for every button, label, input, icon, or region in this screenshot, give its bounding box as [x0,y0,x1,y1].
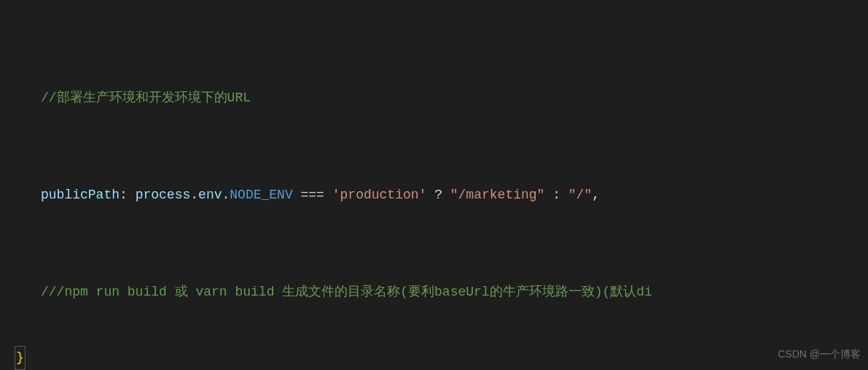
string-literal: "/" [568,188,592,202]
constant: NODE_ENV [230,188,292,202]
punctuation: . [190,188,198,202]
code-line[interactable]: publicPath: process.env.NODE_ENV === 'pr… [0,183,868,207]
identifier: env [198,188,222,202]
string-literal: 'production' [332,188,427,202]
identifier: process [136,188,191,202]
comment-text: //部署生产环境和开发环境下的URL [41,90,251,105]
code-line[interactable]: //部署生产环境和开发环境下的URL [0,86,868,110]
comment-text: ///npm run build 或 varn build 生成文件的目录名称(… [41,285,652,299]
brace-close: } [15,346,26,370]
property-name: publicPath [41,188,120,202]
punctuation: : [120,188,136,202]
code-line[interactable]: ///npm run build 或 varn build 生成文件的目录名称(… [0,280,868,304]
operator: === [293,188,332,202]
operator: ? [426,188,450,202]
string-literal: "/marketing" [450,188,545,202]
punctuation: . [222,188,230,202]
code-editor[interactable]: //部署生产环境和开发环境下的URL publicPath: process.e… [0,0,868,370]
punctuation: , [592,188,600,202]
operator: : [544,188,568,202]
watermark-text: CSDN @一个博客 [778,345,861,364]
